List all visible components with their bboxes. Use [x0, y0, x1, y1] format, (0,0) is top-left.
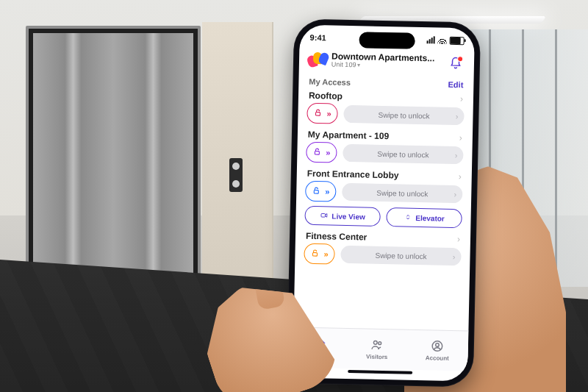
unlock-slider-handle[interactable]: » [306, 142, 337, 163]
visitors-icon [370, 338, 384, 353]
entry-sub-buttons: Live ViewElevator [304, 206, 462, 228]
video-icon [320, 211, 328, 221]
elevator-icon [404, 213, 412, 222]
sub-button-label: Elevator [415, 213, 445, 222]
unlock-slider-handle[interactable]: » [306, 103, 338, 124]
sub-button-label: Live View [331, 212, 365, 221]
app-logo-icon [309, 51, 326, 68]
wall-column [202, 22, 273, 287]
cell-signal-icon [427, 36, 435, 43]
chevron-right-icon: › [456, 112, 459, 121]
account-icon [431, 339, 444, 354]
wifi-icon [438, 37, 447, 43]
tab-account[interactable]: Account [426, 339, 450, 362]
unlock-slider-handle[interactable]: » [304, 243, 335, 265]
swipe-hint-label: Swipe to unlock [378, 110, 429, 119]
elevator-call-panel [229, 158, 243, 192]
chevron-right-icon[interactable]: › [459, 171, 462, 182]
phone-screen: 9:41 Downtown Apartments... Unit 109▾ [293, 25, 475, 382]
access-entry: Front Entrance Lobby›»Swipe to unlock›Li… [304, 168, 463, 228]
access-list: Rooftop›»Swipe to unlock›My Apartment - … [293, 90, 473, 331]
chevron-right-icon[interactable]: › [457, 234, 460, 244]
swipe-track[interactable]: Swipe to unlock› [342, 183, 462, 203]
access-entry: Fitness Center›»Swipe to unlock› [304, 231, 462, 267]
double-chevron-right-icon: » [325, 187, 328, 196]
app-header: Downtown Apartments... Unit 109▾ [299, 50, 475, 78]
notification-dot-icon [457, 56, 463, 62]
section-title: My Access [309, 77, 351, 87]
svg-rect-4 [312, 253, 317, 257]
chevron-right-icon: › [453, 252, 456, 261]
edit-button[interactable]: Edit [448, 80, 463, 89]
access-entry-name: Fitness Center [306, 231, 368, 243]
svg-rect-0 [315, 113, 320, 116]
dynamic-island [359, 32, 415, 49]
tab-visitors[interactable]: Visitors [366, 338, 388, 361]
status-time: 9:41 [310, 33, 326, 42]
double-chevron-right-icon: » [326, 109, 329, 118]
unlock-slider-handle[interactable]: » [305, 181, 337, 202]
lock-icon [310, 247, 319, 260]
chevron-right-icon: › [453, 190, 456, 199]
unit-label: Unit 109 [331, 61, 356, 69]
lock-icon [312, 185, 320, 198]
svg-rect-1 [315, 152, 319, 155]
battery-icon [450, 36, 465, 44]
access-entry: My Apartment - 109›»Swipe to unlock› [306, 129, 464, 165]
swipe-track[interactable]: Swipe to unlock› [340, 246, 461, 266]
chevron-right-icon[interactable]: › [460, 93, 463, 104]
access-entry: Rooftop›»Swipe to unlock› [306, 90, 465, 126]
swipe-hint-label: Swipe to unlock [376, 188, 428, 197]
chevron-right-icon: › [455, 151, 458, 160]
access-entry-name: Rooftop [309, 90, 343, 101]
access-entry-name: Front Entrance Lobby [307, 168, 399, 181]
access-entry-name: My Apartment - 109 [308, 129, 390, 141]
live-view-button[interactable]: Live View [304, 206, 381, 227]
svg-point-5 [373, 341, 377, 344]
building-selector[interactable]: Downtown Apartments... Unit 109▾ [331, 51, 442, 71]
chevron-down-icon: ▾ [357, 62, 360, 68]
elevator-doors [26, 26, 201, 285]
svg-point-8 [436, 343, 440, 347]
chevron-right-icon[interactable]: › [459, 132, 462, 143]
tab-label: Visitors [366, 354, 387, 361]
svg-rect-2 [314, 190, 318, 194]
lock-icon [312, 146, 321, 159]
svg-rect-3 [321, 213, 326, 217]
tab-label: Account [426, 354, 449, 362]
double-chevron-right-icon: » [326, 148, 329, 157]
elevator-button[interactable]: Elevator [386, 207, 462, 228]
lock-icon [313, 107, 322, 120]
swipe-hint-label: Swipe to unlock [375, 251, 426, 260]
swipe-track[interactable]: Swipe to unlock› [343, 105, 464, 125]
double-chevron-right-icon: » [323, 249, 326, 258]
svg-point-6 [379, 342, 381, 345]
swipe-track[interactable]: Swipe to unlock› [343, 144, 463, 164]
notifications-button[interactable] [448, 54, 464, 71]
swipe-hint-label: Swipe to unlock [377, 149, 429, 158]
